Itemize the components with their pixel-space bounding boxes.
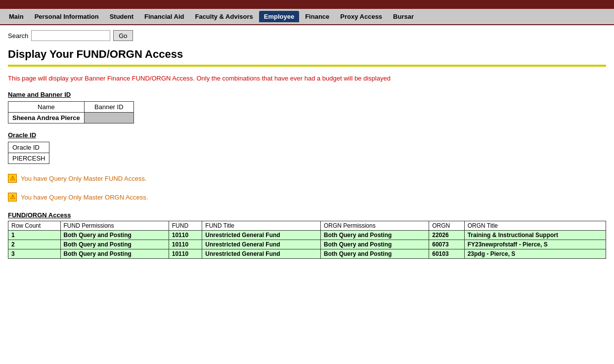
col-fund-title: FUND Title — [202, 221, 321, 231]
cell-row-count: 1 — [8, 231, 61, 240]
cell-orgn: 60073 — [429, 240, 464, 249]
cell-row-count: 2 — [8, 240, 61, 249]
oracle-table: Oracle ID PIERCESH — [8, 142, 49, 164]
cell-fund-permissions: Both Query and Posting — [60, 240, 169, 249]
cell-fund: 10110 — [169, 240, 202, 249]
warning-icon-fund: ⚠ — [8, 174, 17, 183]
top-bar — [0, 0, 614, 9]
navigation-bar: Main Personal Information Student Financ… — [0, 9, 614, 25]
cell-fund: 10110 — [169, 231, 202, 240]
page-title: Display Your FUND/ORGN Access — [8, 48, 606, 61]
nav-student[interactable]: Student — [105, 11, 138, 22]
col-fund-permissions: FUND Permissions — [60, 221, 169, 231]
name-value: Sheena Andrea Pierce — [8, 113, 85, 123]
nav-main[interactable]: Main — [4, 11, 29, 22]
name-banner-table: Name Banner ID Sheena Andrea Pierce — [8, 101, 134, 123]
search-label: Search — [8, 32, 28, 40]
col-orgn: ORGN — [429, 221, 464, 231]
oracle-value: PIERCESH — [8, 153, 49, 164]
nav-proxy-access[interactable]: Proxy Access — [335, 11, 387, 22]
oracle-section-header: Oracle ID — [8, 131, 606, 139]
oracle-col-label: Oracle ID — [8, 142, 49, 153]
cell-fund-permissions: Both Query and Posting — [60, 231, 169, 240]
yellow-divider — [8, 65, 606, 67]
cell-orgn: 60103 — [429, 249, 464, 259]
warning-icon-orgn: ⚠ — [8, 193, 17, 202]
nav-bursar[interactable]: Bursar — [388, 11, 419, 22]
fund-section-header: FUND/ORGN Access — [8, 211, 606, 219]
banner-id-value — [84, 113, 133, 123]
cell-fund: 10110 — [169, 249, 202, 259]
nav-faculty-advisors[interactable]: Faculty & Advisors — [190, 11, 258, 22]
col-fund: FUND — [169, 221, 202, 231]
cell-row-count: 3 — [8, 249, 61, 259]
nav-personal-information[interactable]: Personal Information — [30, 11, 104, 22]
main-content: Search Go Display Your FUND/ORGN Access … — [0, 25, 614, 264]
search-row: Search Go — [8, 30, 606, 41]
search-input[interactable] — [31, 30, 110, 41]
fund-orgn-table: Row Count FUND Permissions FUND FUND Tit… — [8, 221, 606, 259]
col-orgn-title: ORGN Title — [464, 221, 606, 231]
info-text: This page will display your Banner Finan… — [8, 75, 606, 82]
cell-orgn-permissions: Both Query and Posting — [321, 240, 429, 249]
cell-orgn-permissions: Both Query and Posting — [321, 231, 429, 240]
col-row-count: Row Count — [8, 221, 61, 231]
warning-fund: ⚠ You have Query Only Master FUND Access… — [8, 174, 606, 183]
nav-financial-aid[interactable]: Financial Aid — [139, 11, 189, 22]
col-orgn-permissions: ORGN Permissions — [321, 221, 429, 231]
nav-employee[interactable]: Employee — [259, 11, 299, 22]
nav-finance[interactable]: Finance — [300, 11, 334, 22]
go-button[interactable]: Go — [113, 30, 132, 41]
warning-fund-text: You have Query Only Master FUND Access. — [21, 175, 147, 182]
cell-orgn-title: Training & Instructional Support — [464, 231, 606, 240]
cell-fund-title: Unrestricted General Fund — [202, 249, 321, 259]
warning-orgn: ⚠ You have Query Only Master ORGN Access… — [8, 193, 606, 202]
table-row: 1 Both Query and Posting 10110 Unrestric… — [8, 231, 606, 240]
name-banner-section-header: Name and Banner ID — [8, 91, 606, 98]
cell-fund-permissions: Both Query and Posting — [60, 249, 169, 259]
cell-orgn: 22026 — [429, 231, 464, 240]
cell-fund-title: Unrestricted General Fund — [202, 240, 321, 249]
cell-fund-title: Unrestricted General Fund — [202, 231, 321, 240]
name-col-header: Name — [8, 102, 85, 113]
table-row: 3 Both Query and Posting 10110 Unrestric… — [8, 249, 606, 259]
cell-orgn-permissions: Both Query and Posting — [321, 249, 429, 259]
warning-orgn-text: You have Query Only Master ORGN Access. — [21, 194, 148, 201]
table-row: 2 Both Query and Posting 10110 Unrestric… — [8, 240, 606, 249]
cell-orgn-title: 23pdg - Pierce, S — [464, 249, 606, 259]
cell-orgn-title: FY23newprofstaff - Pierce, S — [464, 240, 606, 249]
banner-col-header: Banner ID — [84, 102, 133, 113]
